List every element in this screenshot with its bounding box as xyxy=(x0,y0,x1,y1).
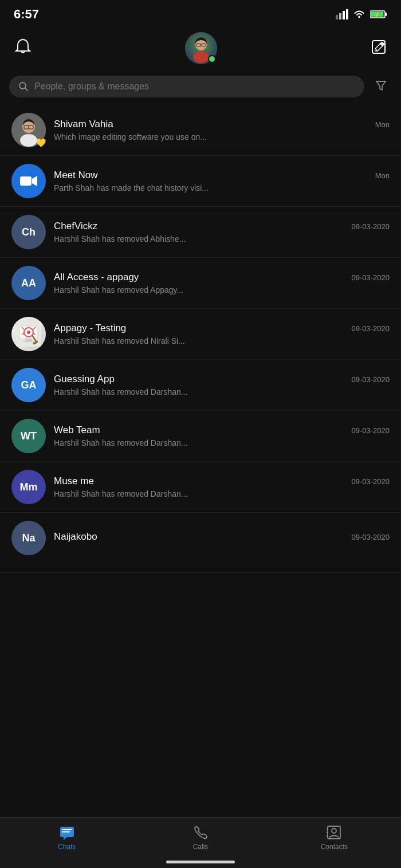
chat-name: ChefVickz xyxy=(54,221,97,232)
chat-preview: Harshil Shah has removed Abhishe... xyxy=(54,234,390,243)
chat-time: 09-03-2020 xyxy=(352,324,390,333)
chat-time: 09-03-2020 xyxy=(352,375,390,384)
search-icon xyxy=(18,81,29,92)
svg-marker-27 xyxy=(32,176,37,186)
avatar-initials: WT xyxy=(21,430,37,442)
nav-contacts-label: Contacts xyxy=(321,843,348,851)
chat-name: Meet Now xyxy=(54,170,98,181)
chat-time: 09-03-2020 xyxy=(352,273,390,282)
signal-icon xyxy=(336,9,348,19)
chat-preview: Parth Shah has made the chat history vis… xyxy=(54,183,390,193)
chat-info: Shivam Vahia Mon Which image editing sof… xyxy=(54,119,390,142)
filter-icon xyxy=(375,79,387,92)
avatar xyxy=(11,164,46,198)
svg-point-45 xyxy=(332,828,336,833)
chat-preview: Harshil Shah has removed Appagy... xyxy=(54,285,390,294)
chat-item[interactable]: Ch ChefVickz 09-03-2020 Harshil Shah has… xyxy=(0,207,401,258)
chat-item[interactable]: Mm Muse me 09-03-2020 Harshil Shah has r… xyxy=(0,462,401,513)
svg-rect-2 xyxy=(343,11,345,19)
svg-line-19 xyxy=(25,88,28,91)
chat-list: 💛 Shivam Vahia Mon Which image editing s… xyxy=(0,105,401,630)
chat-item[interactable]: Na Naijakobo 09-03-2020 xyxy=(0,513,401,573)
chat-name: Appagy - Testing xyxy=(54,323,126,334)
status-time: 6:57 xyxy=(14,7,39,22)
svg-rect-3 xyxy=(346,9,348,19)
chat-time: 09-03-2020 xyxy=(352,222,390,231)
nav-calls[interactable]: Calls xyxy=(133,824,267,851)
svg-rect-0 xyxy=(336,15,338,19)
chat-name: Shivam Vahia xyxy=(54,119,113,130)
nav-calls-label: Calls xyxy=(193,843,209,851)
bell-button[interactable] xyxy=(14,38,32,58)
svg-rect-42 xyxy=(62,831,70,832)
svg-marker-43 xyxy=(64,837,67,840)
svg-point-22 xyxy=(20,134,37,147)
chat-preview: Which image editing software you use on.… xyxy=(54,132,390,142)
chat-item[interactable]: GA Guessing App 09-03-2020 Harshil Shah … xyxy=(0,360,401,411)
chat-info: Appagy - Testing 09-03-2020 Harshil Shah… xyxy=(54,323,390,345)
avatar-initials: GA xyxy=(21,379,37,391)
avatar: WT xyxy=(11,419,46,453)
chat-preview: Harshil Shah has removed Darshan... xyxy=(54,489,390,498)
avatar: 💛 xyxy=(11,113,46,147)
chat-info: ChefVickz 09-03-2020 Harshil Shah has re… xyxy=(54,221,390,243)
status-icons: ⚡ xyxy=(336,9,387,19)
chat-preview: Harshil Shah has removed Nirali Si... xyxy=(54,336,390,345)
svg-rect-24 xyxy=(29,125,33,129)
svg-point-33 xyxy=(27,331,30,334)
avatar-initials: AA xyxy=(21,277,36,289)
search-input[interactable] xyxy=(34,81,355,92)
svg-rect-31 xyxy=(23,341,34,342)
avatar-initials: Na xyxy=(22,532,35,544)
avatar-initials: Mm xyxy=(20,481,38,493)
video-icon xyxy=(19,175,38,187)
avatar: Mm xyxy=(11,470,46,504)
chat-preview: Harshil Shah has removed Darshan... xyxy=(54,438,390,447)
calls-icon xyxy=(192,824,209,840)
chat-item[interactable]: Meet Now Mon Parth Shah has made the cha… xyxy=(0,156,401,207)
chat-info: Web Team 09-03-2020 Harshil Shah has rem… xyxy=(54,425,390,447)
chat-info: Naijakobo 09-03-2020 xyxy=(54,531,390,545)
svg-rect-41 xyxy=(62,829,72,830)
chat-info: Guessing App 09-03-2020 Harshil Shah has… xyxy=(54,374,390,396)
profile-avatar[interactable] xyxy=(185,32,217,64)
online-indicator xyxy=(208,55,216,63)
chat-item[interactable]: WT Web Team 09-03-2020 Harshil Shah has … xyxy=(0,411,401,462)
chat-time: 09-03-2020 xyxy=(352,533,390,541)
chat-item[interactable]: Appagy - Testing 09-03-2020 Harshil Shah… xyxy=(0,309,401,360)
chat-time: 09-03-2020 xyxy=(352,426,390,435)
avatar-initials: Ch xyxy=(22,226,36,238)
chat-name: All Access - appagy xyxy=(54,272,139,283)
compose-button[interactable] xyxy=(370,38,387,58)
chat-item[interactable]: AA All Access - appagy 09-03-2020 Harshi… xyxy=(0,258,401,309)
nav-chats-label: Chats xyxy=(58,843,76,851)
nav-chats[interactable]: Chats xyxy=(0,824,133,851)
status-bar: 6:57 ⚡ xyxy=(0,0,401,26)
avatar: GA xyxy=(11,368,46,402)
chat-info: Muse me 09-03-2020 Harshil Shah has remo… xyxy=(54,476,390,498)
contacts-icon xyxy=(326,824,342,840)
chat-info: Meet Now Mon Parth Shah has made the cha… xyxy=(54,170,390,193)
svg-rect-1 xyxy=(339,13,341,19)
avatar xyxy=(11,317,46,351)
svg-point-4 xyxy=(359,17,360,18)
chats-icon xyxy=(59,824,75,840)
chat-name: Muse me xyxy=(54,476,94,487)
chat-name: Web Team xyxy=(54,425,100,436)
nav-contacts[interactable]: Contacts xyxy=(268,824,401,851)
chat-name: Guessing App xyxy=(54,374,115,385)
header xyxy=(0,26,401,71)
chat-time: 09-03-2020 xyxy=(352,477,390,486)
svg-rect-30 xyxy=(25,339,32,341)
filter-button[interactable] xyxy=(370,74,392,98)
svg-rect-26 xyxy=(20,176,32,186)
avatar: Ch xyxy=(11,215,46,249)
chat-info: All Access - appagy 09-03-2020 Harshil S… xyxy=(54,272,390,294)
chat-name: Naijakobo xyxy=(54,531,97,543)
battery-icon: ⚡ xyxy=(370,10,387,19)
avatar: Na xyxy=(11,521,46,555)
svg-text:⚡: ⚡ xyxy=(374,12,380,18)
avatar: AA xyxy=(11,266,46,300)
search-input-wrap[interactable] xyxy=(9,76,364,97)
chat-item[interactable]: 💛 Shivam Vahia Mon Which image editing s… xyxy=(0,105,401,156)
